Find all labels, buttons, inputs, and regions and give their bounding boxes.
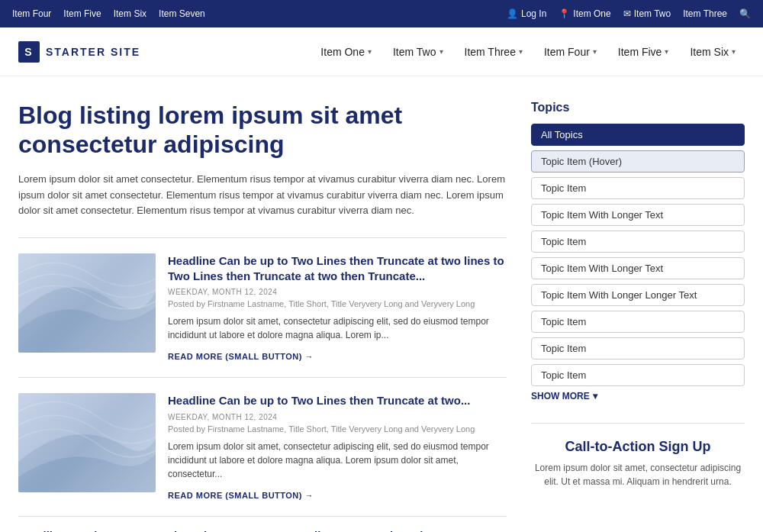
chevron-down-icon: ▾ <box>665 47 668 56</box>
main-column: Blog listing lorem ipsum sit amet consec… <box>18 101 507 532</box>
login-link[interactable]: 👤 Log In <box>507 8 546 19</box>
nav-item-five[interactable]: Item Five ▾ <box>609 40 678 64</box>
sidebar: Topics All Topics Topic Item (Hover) Top… <box>531 101 745 532</box>
blog-list: Headline Can be up to Two Lines then Tru… <box>18 237 507 532</box>
all-topics-button[interactable]: All Topics <box>531 124 745 146</box>
search-icon[interactable]: 🔍 <box>739 8 751 19</box>
chevron-down-icon: ▾ <box>519 47 523 56</box>
blog-card-author: Posted by Firstname Lastname, Title Shor… <box>168 299 507 308</box>
blog-card-content: Headline Can be up to Two Lines then Tru… <box>168 253 507 362</box>
chevron-down-icon: ▾ <box>439 47 443 56</box>
top-bar: Item Four Item Five Item Six Item Seven … <box>0 0 763 27</box>
chevron-down-icon: ▾ <box>368 47 372 56</box>
blog-card: Headline Can be up to Two Lines then Tru… <box>18 237 507 377</box>
blog-card-title[interactable]: Headline Can be up to Two Lines then Tru… <box>18 529 507 532</box>
topbar-item-four[interactable]: Item Four <box>12 8 51 19</box>
topic-item-longer-button[interactable]: Topic Item With Longer Text <box>531 257 745 279</box>
topic-item-button[interactable]: Topic Item <box>531 177 745 199</box>
topbar-item-one-link[interactable]: 📍 Item One <box>559 8 610 19</box>
blog-card-title[interactable]: Headline Can be up to Two Lines then Tru… <box>168 253 507 283</box>
blog-card: Headline Can be up to Two Lines then Tru… <box>18 377 507 516</box>
mail-icon: ✉ <box>623 8 631 19</box>
nav-items: Item One ▾ Item Two ▾ Item Three ▾ Item … <box>311 40 745 64</box>
topics-section: Topics All Topics Topic Item (Hover) Top… <box>531 101 745 401</box>
page-content: Blog listing lorem ipsum sit amet consec… <box>0 76 763 532</box>
topbar-item-three-link[interactable]: Item Three <box>683 8 727 19</box>
show-more-button[interactable]: SHOW MORE ▾ <box>531 391 745 401</box>
topbar-item-six[interactable]: Item Six <box>114 8 146 19</box>
location-icon: 📍 <box>559 8 570 19</box>
logo[interactable]: S STARTER SITE <box>18 41 140 63</box>
blog-title: Blog listing lorem ipsum sit amet consec… <box>18 101 507 160</box>
blog-card-content: Headline Can be up to Two Lines then Tru… <box>168 393 507 501</box>
topic-item-button[interactable]: Topic Item <box>531 364 745 386</box>
blog-card-excerpt: Lorem ipsum dolor sit amet, consectetur … <box>168 440 507 481</box>
cta-text: Lorem ipsum dolor sit amet, consectetur … <box>531 461 745 488</box>
topic-item-longer-longer-button[interactable]: Topic Item With Longer Longer Text <box>531 284 745 306</box>
blog-card-author: Posted by Firstname Lastname, Title Shor… <box>168 424 507 434</box>
cta-title: Call-to-Action Sign Up <box>531 439 745 455</box>
topbar-item-five[interactable]: Item Five <box>63 8 101 19</box>
blog-card-image <box>18 253 156 353</box>
blog-description: Lorem ipsum dolor sit amet consectetur. … <box>18 172 507 219</box>
nav-item-six[interactable]: Item Six ▾ <box>681 40 745 64</box>
nav-item-three[interactable]: Item Three ▾ <box>456 40 532 64</box>
topbar-item-seven[interactable]: Item Seven <box>159 8 205 19</box>
chevron-down-icon: ▾ <box>593 47 597 56</box>
topic-item-button[interactable]: Topic Item <box>531 311 745 333</box>
cta-section: Call-to-Action Sign Up Lorem ipsum dolor… <box>531 423 745 488</box>
blog-card-image <box>18 393 156 492</box>
topic-item-button[interactable]: Topic Item <box>531 337 745 360</box>
blog-card-meta: WEEKDAY, MONTH 12, 2024 <box>168 413 507 421</box>
blog-card-no-image: Headline Can be up to Two Lines then Tru… <box>18 516 507 532</box>
blog-card-meta: WEEKDAY, MONTH 12, 2024 <box>168 288 507 296</box>
nav-item-one[interactable]: Item One ▾ <box>311 40 381 64</box>
logo-icon: S <box>18 41 40 63</box>
top-bar-left: Item Four Item Five Item Six Item Seven <box>12 8 205 19</box>
user-icon: 👤 <box>507 8 518 19</box>
nav-item-two[interactable]: Item Two ▾ <box>384 40 452 64</box>
chevron-down-icon: ▾ <box>732 47 736 56</box>
nav-item-four[interactable]: Item Four ▾ <box>535 40 606 64</box>
chevron-down-icon: ▾ <box>593 391 597 401</box>
topic-hover-button[interactable]: Topic Item (Hover) <box>531 150 745 172</box>
blog-card-title[interactable]: Headline Can be up to Two Lines then Tru… <box>168 393 507 408</box>
read-more-button[interactable]: READ MORE (SMALL BUTTON) → <box>168 352 314 361</box>
main-nav: S STARTER SITE Item One ▾ Item Two ▾ Ite… <box>0 27 763 76</box>
topics-heading: Topics <box>531 101 745 114</box>
top-bar-right: 👤 Log In 📍 Item One ✉ Item Two Item Thre… <box>507 8 751 19</box>
blog-card-excerpt: Lorem ipsum dolor sit amet, consectetur … <box>168 314 507 342</box>
read-more-button[interactable]: READ MORE (SMALL BUTTON) → <box>168 491 314 500</box>
topic-item-longer-button[interactable]: Topic Item With Longer Text <box>531 204 745 226</box>
topic-item-button[interactable]: Topic Item <box>531 231 745 253</box>
topbar-item-two-link[interactable]: ✉ Item Two <box>623 8 671 19</box>
